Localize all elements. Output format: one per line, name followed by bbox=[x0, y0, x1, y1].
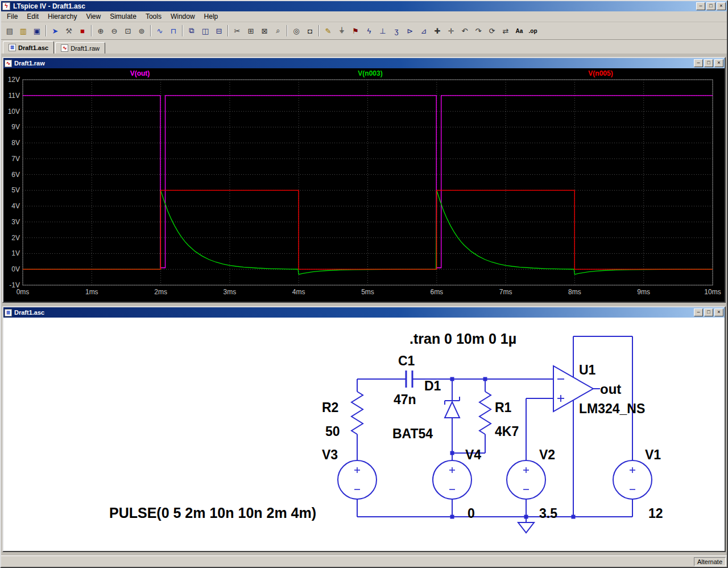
zoom-fit-button[interactable]: ⊚ bbox=[135, 24, 148, 38]
copy-icon: ⊞ bbox=[248, 27, 254, 35]
tile-vertical-button[interactable]: ◫ bbox=[198, 24, 212, 38]
zoom-in-button[interactable]: ⊕ bbox=[94, 24, 107, 38]
undo-icon: ↶ bbox=[462, 27, 468, 35]
cut-button[interactable]: ✂ bbox=[230, 24, 244, 38]
menu-tools[interactable]: Tools bbox=[141, 11, 166, 22]
schematic-window-titlebar[interactable]: ≣ Draft1.asc – □ × bbox=[3, 307, 725, 318]
component-R1[interactable]: R14K7 bbox=[479, 392, 519, 439]
toolbar-separator bbox=[46, 25, 47, 36]
inductor-icon: ʒ bbox=[394, 27, 398, 35]
component-R2[interactable]: R250 bbox=[322, 392, 363, 439]
net-label[interactable]: out bbox=[600, 381, 621, 397]
copy-button[interactable]: ⊞ bbox=[244, 24, 258, 38]
title-bar[interactable]: ϟ LTspice IV - Draft1.asc – □ × bbox=[1, 1, 727, 11]
open-icon: ▥ bbox=[20, 27, 27, 35]
schematic-close-button[interactable]: × bbox=[714, 308, 723, 316]
resistor-icon: ϟ bbox=[367, 27, 371, 35]
redo-button[interactable]: ↷ bbox=[471, 24, 485, 38]
control-panel-button[interactable]: ⚒ bbox=[62, 24, 76, 38]
trace-label-V(n003)[interactable]: V(n003) bbox=[358, 69, 382, 77]
y-axis-label: 11V bbox=[9, 92, 20, 100]
label-net-icon: ⚑ bbox=[352, 27, 359, 35]
schematic-canvas[interactable]: R250C147nD1BAT54R14K7U1LM324_NSV3PULSE(0… bbox=[3, 318, 725, 551]
component-V2[interactable]: V23.5 bbox=[507, 447, 557, 521]
waveform-window-icon: ∿ bbox=[5, 60, 12, 67]
schematic-minimize-button[interactable]: – bbox=[694, 308, 703, 316]
x-axis-label: 2ms bbox=[154, 288, 167, 296]
x-axis-label: 10ms bbox=[704, 288, 721, 296]
value-C1: 47n bbox=[394, 392, 416, 407]
menu-window[interactable]: Window bbox=[166, 11, 200, 22]
close-button[interactable]: × bbox=[717, 2, 726, 10]
resistor-button[interactable]: ϟ bbox=[362, 24, 376, 38]
save-icon: ▣ bbox=[34, 27, 40, 35]
capacitor-icon: ⊥ bbox=[379, 27, 386, 35]
rotate-button[interactable]: ⟳ bbox=[485, 24, 499, 38]
inductor-button[interactable]: ʒ bbox=[390, 24, 403, 38]
waveform-window-titlebar[interactable]: ∿ Draft1.raw – □ × bbox=[3, 58, 725, 68]
halt-button[interactable]: ■ bbox=[76, 24, 89, 38]
new-schematic-button[interactable]: ▤ bbox=[3, 24, 16, 38]
save-button[interactable]: ▣ bbox=[30, 24, 44, 38]
component-D1[interactable]: D1BAT54 bbox=[392, 378, 460, 441]
capacitor-button[interactable]: ⊥ bbox=[376, 24, 390, 38]
wire-button[interactable]: ✎ bbox=[321, 24, 335, 38]
run-button[interactable]: ➤ bbox=[48, 24, 62, 38]
ground-button[interactable]: ⏚ bbox=[335, 24, 349, 38]
find-button[interactable]: ⌕ bbox=[271, 24, 285, 38]
tab-label: Draft1.raw bbox=[71, 45, 100, 52]
waveform-restore-button[interactable]: □ bbox=[704, 59, 713, 67]
menu-help[interactable]: Help bbox=[200, 11, 223, 22]
tab-label: Draft1.asc bbox=[18, 44, 48, 51]
menu-view[interactable]: View bbox=[81, 11, 105, 22]
drag-button[interactable]: ✛ bbox=[444, 24, 458, 38]
tab-Draft1.raw[interactable]: ∿Draft1.raw bbox=[55, 42, 105, 53]
component-V3[interactable]: V3PULSE(0 5 2m 10n 10n 2m 4m) bbox=[109, 447, 377, 521]
open-button[interactable]: ▥ bbox=[16, 24, 30, 38]
label-R1: R1 bbox=[495, 400, 512, 415]
label-net-button[interactable]: ⚑ bbox=[349, 24, 362, 38]
waveform-tab-icon: ∿ bbox=[61, 44, 68, 52]
spice-directive-button[interactable]: .op bbox=[526, 24, 540, 38]
zoom-out-button[interactable]: ⊖ bbox=[107, 24, 121, 38]
restore-button[interactable]: □ bbox=[706, 2, 715, 10]
move-button[interactable]: ✚ bbox=[431, 24, 444, 38]
ground-icon: ⏚ bbox=[339, 26, 344, 35]
undo-button[interactable]: ↶ bbox=[458, 24, 471, 38]
component-V1[interactable]: V112 bbox=[613, 447, 663, 521]
value-V4: 0 bbox=[468, 506, 475, 521]
cascade-windows-button[interactable]: ⧉ bbox=[185, 24, 198, 38]
menu-file[interactable]: File bbox=[2, 11, 22, 22]
waveform-close-button[interactable]: × bbox=[714, 59, 723, 67]
print-button[interactable]: ◘ bbox=[303, 24, 317, 38]
trace-label-V(n005)[interactable]: V(n005) bbox=[588, 69, 613, 77]
toolbar-separator bbox=[91, 25, 92, 36]
toolbar: ▤▥▣➤⚒■⊕⊖⊡⊚∿⊓⧉◫⊟✂⊞⊠⌕◎◘✎⏚⚑ϟ⊥ʒ⊳⊿✚✛↶↷⟳⇄Aa.op bbox=[1, 22, 727, 40]
waveform-minimize-button[interactable]: – bbox=[694, 59, 703, 67]
minimize-button[interactable]: – bbox=[696, 2, 705, 10]
menu-edit[interactable]: Edit bbox=[22, 11, 43, 22]
spice-directive-text[interactable]: .tran 0 10m 0 1µ bbox=[410, 331, 516, 347]
component-button[interactable]: ⊿ bbox=[417, 24, 431, 38]
autorange-y-button[interactable]: ∿ bbox=[153, 24, 167, 38]
paste-button[interactable]: ⊠ bbox=[258, 24, 271, 38]
x-axis-label: 6ms bbox=[430, 288, 443, 296]
menu-hierarchy[interactable]: Hierarchy bbox=[43, 11, 81, 22]
tab-Draft1.asc[interactable]: ≣Draft1.asc bbox=[3, 41, 54, 53]
menu-simulate[interactable]: Simulate bbox=[105, 11, 141, 22]
text-button[interactable]: Aa bbox=[512, 24, 526, 38]
rotate-icon: ⟳ bbox=[489, 27, 495, 35]
waveform-plot-area[interactable]: 12V11V10V9V8V7V6V5V4V3V2V1V0V-1V0ms1ms2m… bbox=[3, 68, 725, 302]
plot-pane-button[interactable]: ⊓ bbox=[167, 24, 180, 38]
mirror-button[interactable]: ⇄ bbox=[499, 24, 512, 38]
zoom-area-button[interactable]: ⊡ bbox=[121, 24, 135, 38]
trace-V(out)[interactable] bbox=[23, 96, 713, 268]
schematic-restore-button[interactable]: □ bbox=[704, 308, 713, 316]
trace-label-V(out)[interactable]: V(out) bbox=[130, 69, 150, 77]
tile-horizontal-button[interactable]: ⊟ bbox=[212, 24, 226, 38]
diode-button[interactable]: ⊳ bbox=[403, 24, 417, 38]
tab-bar: ≣Draft1.asc∿Draft1.raw bbox=[1, 40, 727, 53]
component-C1[interactable]: C147n bbox=[394, 353, 416, 407]
print-preview-button[interactable]: ◎ bbox=[289, 24, 303, 38]
component-V4[interactable]: V40 bbox=[433, 447, 481, 521]
